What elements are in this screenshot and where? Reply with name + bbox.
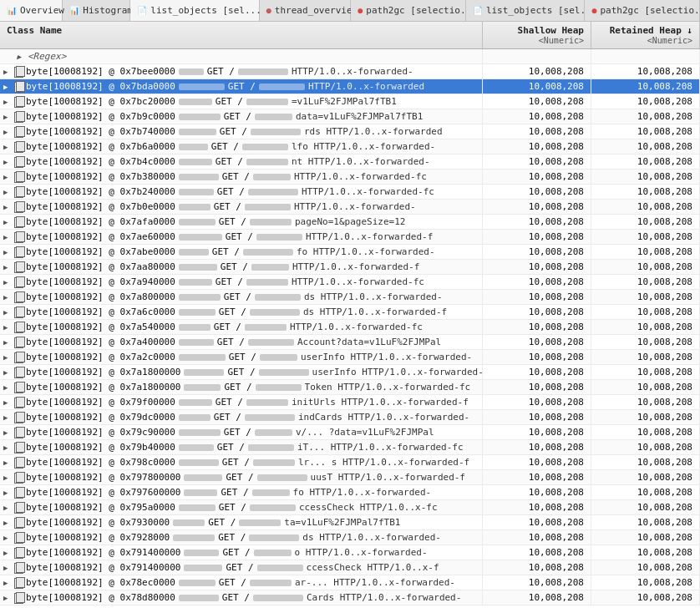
col-retained-heap-sub: <Numeric> (647, 36, 692, 45)
row-expand-arrow[interactable]: ▶ (3, 368, 12, 377)
row-expand-arrow[interactable]: ▶ (3, 308, 12, 317)
col-class-name-header[interactable]: Class Name (0, 22, 483, 48)
row-expand-arrow[interactable]: ▶ (3, 353, 12, 362)
row-expand-arrow[interactable]: ▶ (3, 398, 12, 407)
tab-path2gc-2[interactable]: ● path2gc [selectio... (585, 0, 700, 21)
table-row[interactable]: ▶ byte[10008192] @ 0x7a6c0000 GET / ds H… (0, 305, 700, 320)
tab-list-objects-1-close[interactable]: ✕ (265, 5, 273, 16)
table-row[interactable]: ▶ byte[10008192] @ 0x7b0e0000 GET / HTTP… (0, 200, 700, 215)
table-row[interactable]: ▶ byte[10008192] @ 0x78ec0000 GET / ar-.… (0, 575, 700, 590)
tab-list-objects-2[interactable]: 📄 list_objects [sel... (466, 0, 586, 21)
retained-heap-cell: 10,008,208 (591, 380, 700, 394)
retained-heap-cell: 10,008,208 (591, 230, 700, 244)
row-expand-arrow[interactable]: ▶ (3, 233, 12, 241)
table-row[interactable]: ▶ byte[10008192] @ 0x78d80000 GET / Card… (0, 590, 700, 605)
table-row[interactable]: ▶ byte[10008192] @ 0x7a800000 GET / ds H… (0, 290, 700, 305)
table-row[interactable]: ▶ byte[10008192] @ 0x79c90000 GET / v/..… (0, 425, 700, 440)
table-row[interactable]: ▶ byte[10008192] @ 0x7bee0000 GET / HTTP… (0, 64, 700, 79)
table-row[interactable]: ▶ byte[10008192] @ 0x79f00000 GET / init… (0, 395, 700, 410)
table-row[interactable]: ▶ byte[10008192] @ 0x7b740000 GET / rds … (0, 124, 700, 139)
shallow-heap-cell: 10,008,208 (483, 275, 591, 289)
table-row[interactable]: ▶ byte[10008192] @ 0x7aa80000 GET / HTTP… (0, 260, 700, 275)
byte-array-icon (13, 382, 24, 393)
shallow-heap-cell: 10,008,208 (483, 109, 591, 124)
table-row[interactable]: ▶ byte[10008192] @ 0x7930000 GET / ta=v1… (0, 515, 700, 530)
row-expand-arrow[interactable]: ▶ (3, 278, 12, 286)
table-row[interactable]: ▶ byte[10008192] @ 0x7a2c0000 GET / user… (0, 350, 700, 365)
table-row[interactable]: ▶ byte[10008192] @ 0x7b9c0000 GET / data… (0, 109, 700, 124)
byte-array-icon (13, 126, 24, 137)
main-table-container[interactable]: Class Name Shallow Heap <Numeric> Retain… (0, 22, 700, 613)
row-expand-arrow[interactable]: ▶ (3, 128, 12, 136)
tab-overview[interactable]: 📊 Overview (0, 0, 63, 22)
byte-array-icon (13, 352, 24, 362)
row-expand-arrow[interactable]: ▶ (3, 413, 12, 422)
table-row[interactable]: ▶ byte[10008192] @ 0x798c0000 GET / lr..… (0, 455, 700, 470)
table-row[interactable]: ▶ byte[10008192] @ 0x7bc20000 GET / =v1L… (0, 94, 700, 109)
retained-heap-cell: 10,008,208 (591, 470, 700, 484)
table-row[interactable]: ▶ byte[10008192] @ 0x79b40000 GET / iT..… (0, 440, 700, 455)
row-expand-arrow[interactable]: ▶ (3, 579, 12, 587)
row-expand-arrow[interactable]: ▶ (3, 143, 12, 151)
tab-list-objects-1[interactable]: 📄 list_objects [sel... ✕ (130, 0, 259, 22)
row-expand-arrow[interactable]: ▶ (3, 564, 12, 572)
row-expand-arrow[interactable]: ▶ (3, 383, 12, 392)
row-expand-arrow[interactable]: ▶ (3, 98, 12, 106)
row-expand-arrow[interactable]: ▶ (3, 113, 12, 121)
table-row[interactable]: ▶ byte[10008192] @ 0x7a1800000 GET / Tok… (0, 380, 700, 395)
table-row[interactable]: ▶ byte[10008192] @ 0x7b6a0000 GET / lfo … (0, 139, 700, 155)
shallow-heap-cell: 10,008,208 (483, 575, 591, 590)
row-expand-arrow[interactable]: ▶ (3, 263, 12, 271)
row-expand-arrow[interactable]: ▶ (3, 158, 12, 166)
tab-path2gc-1[interactable]: ● path2gc [selectio... (351, 0, 466, 21)
table-row[interactable]: ▶ byte[10008192] @ 0x7b240000 GET / HTTP… (0, 185, 700, 200)
table-row[interactable]: ▶ byte[10008192] @ 0x79dc0000 GET / indC… (0, 410, 700, 425)
tab-histogram[interactable]: 📊 Histogram (63, 0, 130, 21)
table-row[interactable]: ▶ byte[10008192] @ 0x797600000 GET / fo … (0, 485, 700, 500)
tab-thread-overview[interactable]: ● thread_overview (260, 0, 352, 21)
row-expand-arrow[interactable]: ▶ (3, 203, 12, 211)
col-retained-heap-header[interactable]: Retained Heap ↓ <Numeric> (591, 22, 700, 48)
row-expand-arrow[interactable]: ▶ (3, 474, 12, 482)
row-expand-arrow[interactable]: ▶ (3, 443, 12, 452)
row-expand-arrow[interactable]: ▶ (3, 534, 12, 542)
row-expand-arrow[interactable]: ▶ (3, 594, 12, 602)
table-row[interactable]: ▶ byte[10008192] @ 0x7afa0000 GET / page… (0, 215, 700, 230)
table-row[interactable]: ▶ byte[10008192] @ 0x7abe0000 GET / fo H… (0, 245, 700, 260)
table-row[interactable]: ▶ byte[10008192] @ 0x7a1800000 GET / use… (0, 365, 700, 380)
table-row[interactable]: ▶ byte[10008192] @ 0x7bda0000 GET / HTTP… (0, 79, 700, 94)
table-row[interactable]: ▶ byte[10008192] @ 0x797800000 GET / uus… (0, 470, 700, 485)
table-row[interactable]: ▶ byte[10008192] @ 0x7a400000 GET / Acco… (0, 335, 700, 350)
table-row[interactable]: ▶ byte[10008192] @ 0x7ae60000 GET / HTTP… (0, 230, 700, 245)
row-expand-arrow[interactable]: ▶ (3, 504, 12, 512)
row-expand-arrow[interactable]: ▶ (3, 323, 12, 332)
row-expand-arrow[interactable]: ▶ (3, 549, 12, 557)
row-expand-arrow[interactable]: ▶ (3, 293, 12, 301)
table-row[interactable]: ▶ byte[10008192] @ 0x791400000 GET / cce… (0, 560, 700, 575)
row-expand-arrow[interactable]: ▶ (3, 83, 12, 91)
row-expand-arrow[interactable]: ▶ (3, 68, 12, 76)
table-row[interactable]: ▶ byte[10008192] @ 0x791400000 GET / o H… (0, 545, 700, 560)
table-row[interactable]: ▶ byte[10008192] @ 0x7a940000 GET / HTTP… (0, 275, 700, 290)
row-expand-arrow[interactable]: ▶ (3, 458, 12, 467)
table-row[interactable]: ▶ byte[10008192] @ 0x7928000 GET / ds HT… (0, 530, 700, 545)
col-shallow-heap-header[interactable]: Shallow Heap <Numeric> (483, 22, 591, 48)
row-expand-arrow[interactable]: ▶ (3, 489, 12, 497)
row-expand-arrow[interactable]: ▶ (3, 428, 12, 437)
table-row[interactable]: ▶ byte[10008192] @ 0x795a0000 GET / cces… (0, 500, 700, 515)
table-row[interactable]: ▶ byte[10008192] @ 0x7b380000 GET / HTTP… (0, 170, 700, 185)
row-expand-arrow[interactable]: ▶ (3, 248, 12, 256)
tab-list-objects-2-label: list_objects [sel... (486, 5, 596, 16)
row-expand-arrow[interactable]: ▶ (3, 173, 12, 181)
retained-heap-cell: 10,008,208 (591, 425, 700, 439)
row-expand-arrow[interactable]: ▶ (3, 519, 12, 527)
get-label: GET / (221, 261, 248, 272)
type-label: byte[10008192] @ 0x7928000 (26, 532, 170, 543)
table-row[interactable]: ▶ byte[10008192] @ 0x7b4c0000 GET / nt H… (0, 155, 700, 170)
row-expand-arrow[interactable]: ▶ (3, 188, 12, 196)
expand-arrow-regex[interactable]: ▶ (17, 53, 25, 61)
row-expand-arrow[interactable]: ▶ (3, 338, 12, 347)
byte-array-icon (13, 81, 24, 92)
table-row[interactable]: ▶ byte[10008192] @ 0x7a540000 GET / HTTP… (0, 320, 700, 335)
row-expand-arrow[interactable]: ▶ (3, 218, 12, 226)
